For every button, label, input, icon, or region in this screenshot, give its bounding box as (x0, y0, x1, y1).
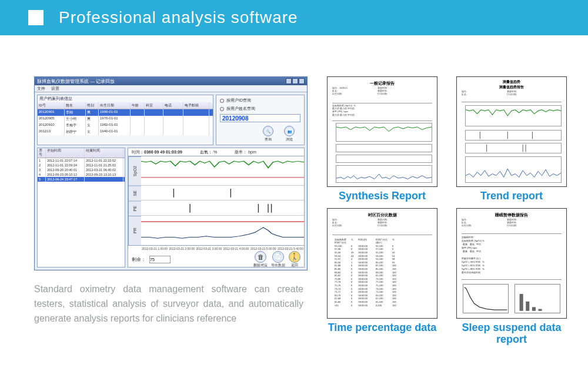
report-thumb: 时区百分比数据 编号:姓名:出生日期:测量日期:测量时长:打印日期: 血氧饱和度… (327, 208, 437, 319)
query-input[interactable]: 20120908 (220, 114, 300, 122)
patient-panel: 用户档案列表信息 ID号 姓名 性别 出生日期 年龄 科室 电话 电子邮箱 (37, 95, 213, 145)
radio-icon (220, 107, 224, 111)
description-text: Standard oximetry data management softwa… (34, 282, 310, 326)
menu-file[interactable]: 文件 (37, 86, 45, 92)
chart-header: 时间：0360 09 49 01:03:09 血氧： % 脉率： bpm (128, 148, 304, 156)
report-synthesis: 一般记录报告 编号: 342015姓名:出生日期:测量时间:测量时长:打印日期:… (322, 76, 442, 202)
mini-se (336, 144, 432, 152)
table-row[interactable]: 20120901李刚男1990-01-01 (38, 109, 213, 116)
patient-panel-title: 用户档案列表信息 (38, 95, 213, 102)
lane-label-se: SE (128, 186, 141, 201)
return-icon: 🚶 (289, 251, 300, 263)
table-row[interactable]: 20120910李梅子女1982-01-01 (38, 122, 213, 129)
records-panel: 序号 开始时间 结束时间 12012-11-01 22:07:142012-11… (37, 148, 125, 267)
sleep-graph-2 (514, 284, 560, 313)
sleep-graph-1 (463, 284, 509, 313)
browse-icon: 👥 (284, 126, 295, 136)
report-thumb: 睡眠暂停数据报告 编号:姓名:出生日期:测量时间:测量时长:打印日期: 总睡眠时… (456, 208, 567, 319)
content: 脉搏血氧仪数据管理系统 — 记录回放 文件 设置 用户档案列表信息 (0, 35, 588, 346)
query-panel: 按用户ID查询 按用户姓名查询 20120908 🔍查询 👥浏览 (216, 95, 305, 145)
list-item[interactable]: 42012-09-23 05:10:122012-09-23 13:10:13 (38, 172, 125, 177)
chart-time-value: 0360 09 49 01:03:09 (144, 150, 182, 154)
col-email: 电子邮箱 (183, 102, 209, 109)
page-title: Professional analysis software (59, 8, 298, 27)
header-bar: Professional analysis software (0, 0, 588, 35)
mini-pr (465, 156, 562, 183)
delete-button[interactable]: 🗑删除对应 (253, 251, 268, 268)
col-id: ID号 (38, 102, 65, 109)
search-icon: 🔍 (263, 126, 273, 136)
app-titlebar: 脉搏血氧仪数据管理系统 — 记录回放 (35, 77, 307, 85)
radio-icon (220, 99, 224, 103)
mini-spo2 (465, 105, 562, 126)
report-thumb: 一般记录报告 编号: 342015姓名:出生日期:测量时间:测量时长:打印日期:… (327, 76, 437, 187)
header-square-icon (28, 10, 44, 25)
window-controls (286, 78, 305, 84)
mini-pe (336, 155, 432, 163)
chart-panel: 时间：0360 09 49 01:03:09 血氧： % 脉率： bpm SpO… (128, 148, 305, 267)
report-caption: Time percentage data (328, 322, 437, 334)
lane-pr (141, 216, 304, 245)
list-item[interactable]: 32012-09-20 20:40:012012-03-21 06:40:02 (38, 168, 125, 172)
report-caption: Trend report (480, 190, 543, 202)
maximize-button[interactable] (292, 78, 298, 84)
report-trend: 测量值趋势测量值趋势报告 编号:姓名:测量时间:打印日期: Trend repo… (452, 76, 572, 202)
col-name: 姓名 (65, 102, 86, 109)
return-button[interactable]: 🚶返回 (289, 251, 300, 268)
list-item[interactable]: 52012-06-24 23:47:17 (38, 177, 125, 182)
lane-se (141, 186, 304, 201)
table-row[interactable]: 20120905王小明男1970-01-01 (38, 116, 213, 122)
mini-spo2 (336, 123, 432, 142)
query-button[interactable]: 🔍查询 (263, 126, 273, 142)
lane-label-pe: PE (128, 201, 141, 216)
menu-settings[interactable]: 设置 (51, 86, 59, 92)
records-header: 序号 开始时间 结束时间 (38, 148, 125, 158)
chart-area: SpO2 SE PE PR (128, 156, 304, 246)
right-column: 一般记录报告 编号: 342015姓名:出生日期:测量时间:测量时长:打印日期:… (322, 76, 572, 346)
col-sex: 性别 (86, 102, 99, 109)
col-birth: 出生日期 (99, 102, 131, 109)
close-button[interactable] (299, 78, 305, 84)
report-caption: Synthesis Report (339, 190, 426, 202)
left-column: 脉搏血氧仪数据管理系统 — 记录回放 文件 设置 用户档案列表信息 (34, 76, 310, 346)
report-caption: Sleep suspend data report (452, 322, 572, 346)
mini-se (465, 130, 562, 141)
col-phone: 电话 (163, 102, 183, 109)
remain-label: 剩余： (132, 256, 146, 263)
browse-button[interactable]: 👥浏览 (284, 126, 295, 142)
svg-rect-15 (526, 301, 529, 310)
report-sleep: 睡眠暂停数据报告 编号:姓名:出生日期:测量时间:测量时长:打印日期: 总睡眠时… (452, 208, 572, 346)
lane-label-pr: PR (128, 216, 141, 245)
list-item[interactable]: 12012-11-01 22:07:142012-11-01 22:22:52 (38, 158, 125, 163)
remain-input[interactable] (149, 256, 171, 263)
query-by-name[interactable]: 按用户姓名查询 (220, 106, 300, 112)
svg-rect-17 (539, 309, 542, 310)
lane-label-spo2: SpO2 (128, 156, 141, 186)
export-button[interactable]: 📄导出数据 (271, 251, 285, 268)
mini-pe (465, 143, 562, 153)
svg-rect-16 (532, 307, 536, 310)
app-window: 脉搏血氧仪数据管理系统 — 记录回放 文件 设置 用户档案列表信息 (34, 76, 308, 270)
minimize-button[interactable] (286, 78, 292, 84)
patient-table-header: ID号 姓名 性别 出生日期 年龄 科室 电话 电子邮箱 (38, 102, 213, 109)
list-item[interactable]: 22012-11-01 22:09:242012-11-01 21:25:02 (38, 163, 125, 168)
app-title: 脉搏血氧仪数据管理系统 — 记录回放 (37, 78, 115, 85)
table-row[interactable]: 201213孙静宁女1940-01-01 (38, 129, 213, 135)
app-menu: 文件 设置 (35, 85, 307, 92)
col-age: 年龄 (131, 102, 145, 109)
chart-footer: 剩余： 🗑删除对应 📄导出数据 🚶返回 (128, 252, 304, 267)
lane-pe (141, 201, 304, 216)
lane-spo2 (141, 156, 304, 186)
export-icon: 📄 (272, 251, 284, 263)
mini-pr (336, 165, 432, 183)
report-timepct: 时区百分比数据 编号:姓名:出生日期:测量日期:测量时长:打印日期: 血氧饱和度… (322, 208, 442, 346)
col-dept: 科室 (145, 102, 163, 109)
query-by-id[interactable]: 按用户ID查询 (220, 98, 300, 103)
report-thumb: 测量值趋势测量值趋势报告 编号:姓名:测量时间:打印日期: (456, 76, 567, 187)
svg-rect-14 (520, 294, 523, 311)
trash-icon: 🗑 (255, 251, 266, 263)
